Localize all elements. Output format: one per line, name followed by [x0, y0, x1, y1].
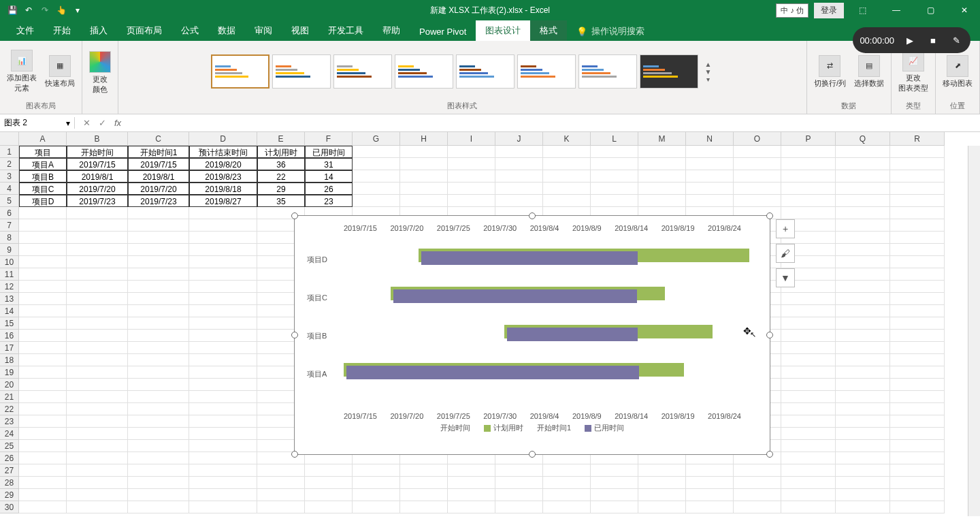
cell[interactable]: 项目D — [19, 195, 67, 207]
cell[interactable] — [686, 501, 734, 513]
cell[interactable]: 2019/8/18 — [189, 183, 257, 195]
cell[interactable] — [67, 489, 128, 501]
chart-elements-button[interactable]: + — [776, 219, 795, 238]
cell[interactable] — [128, 305, 189, 317]
row-header[interactable]: 13 — [0, 293, 19, 305]
cell[interactable] — [836, 170, 890, 183]
column-header[interactable]: D — [189, 132, 257, 146]
chart-plot-area[interactable]: 2019/7/152019/7/202019/7/252019/7/302019… — [303, 224, 762, 446]
cell[interactable] — [781, 403, 836, 415]
cell[interactable]: 31 — [305, 158, 353, 170]
cell[interactable] — [128, 330, 189, 342]
row-header[interactable]: 21 — [0, 391, 19, 403]
cell[interactable] — [19, 415, 67, 428]
cell[interactable] — [448, 501, 495, 513]
cell[interactable] — [189, 330, 257, 342]
row-header[interactable]: 7 — [0, 219, 19, 232]
cell[interactable] — [128, 379, 189, 391]
cell[interactable]: 计划用时 — [257, 146, 305, 158]
cell[interactable] — [189, 440, 257, 452]
cell[interactable] — [836, 501, 890, 513]
column-header[interactable]: M — [638, 132, 686, 146]
cell[interactable] — [890, 158, 945, 170]
column-header[interactable]: H — [400, 132, 448, 146]
cell[interactable] — [67, 232, 128, 244]
cell[interactable] — [67, 366, 128, 379]
cell[interactable] — [495, 170, 543, 183]
play-icon[interactable]: ▶ — [902, 33, 917, 48]
column-header[interactable]: C — [128, 132, 189, 146]
cell[interactable] — [128, 440, 189, 452]
fx-icon[interactable]: fx — [114, 118, 121, 128]
resize-handle[interactable] — [529, 451, 536, 458]
cell[interactable] — [67, 501, 128, 513]
cell[interactable] — [781, 170, 836, 183]
cell[interactable] — [591, 477, 638, 489]
style-gallery-scroll[interactable]: ▲▼▾ — [702, 61, 713, 83]
cell[interactable] — [67, 403, 128, 415]
cell[interactable] — [591, 183, 638, 195]
cell[interactable] — [448, 195, 495, 207]
cell[interactable]: 23 — [305, 195, 353, 207]
cell[interactable] — [836, 293, 890, 305]
cell[interactable] — [781, 489, 836, 501]
undo-icon[interactable]: ↶ — [23, 5, 34, 16]
cell[interactable] — [67, 305, 128, 317]
row-header[interactable]: 24 — [0, 428, 19, 440]
row-header[interactable]: 28 — [0, 477, 19, 489]
cell[interactable] — [19, 207, 67, 219]
cell[interactable] — [189, 428, 257, 440]
cell[interactable] — [400, 464, 448, 477]
menu-formulas[interactable]: 公式 — [172, 20, 208, 41]
row-header[interactable]: 16 — [0, 330, 19, 342]
cell[interactable] — [591, 146, 638, 158]
cell[interactable]: 29 — [257, 183, 305, 195]
cell[interactable]: 开始时间 — [67, 146, 128, 158]
row-header[interactable]: 22 — [0, 403, 19, 415]
cell[interactable] — [67, 342, 128, 354]
cell[interactable] — [189, 354, 257, 366]
menu-power-pivot[interactable]: Power Pivot — [410, 22, 476, 41]
cell[interactable] — [836, 268, 890, 281]
cell[interactable] — [781, 195, 836, 207]
cell[interactable] — [543, 170, 591, 183]
resize-handle[interactable] — [291, 332, 298, 338]
maximize-button[interactable]: ▢ — [915, 0, 946, 20]
cell[interactable] — [734, 183, 781, 195]
cell[interactable] — [781, 501, 836, 513]
cell[interactable] — [734, 146, 781, 158]
cell[interactable] — [836, 305, 890, 317]
cell[interactable] — [189, 415, 257, 428]
cell[interactable] — [189, 452, 257, 464]
cell[interactable] — [781, 183, 836, 195]
confirm-formula-icon[interactable]: ✓ — [99, 118, 106, 128]
cell[interactable] — [400, 183, 448, 195]
cell[interactable]: 35 — [257, 195, 305, 207]
qat-dropdown-icon[interactable]: ▾ — [72, 5, 83, 16]
column-header[interactable]: J — [495, 132, 543, 146]
cell[interactable] — [495, 158, 543, 170]
cell[interactable] — [686, 489, 734, 501]
cell[interactable] — [67, 354, 128, 366]
cell[interactable] — [128, 428, 189, 440]
cell[interactable]: 36 — [257, 158, 305, 170]
cell[interactable] — [19, 256, 67, 268]
cell[interactable]: 项目B — [19, 170, 67, 183]
cell[interactable] — [836, 232, 890, 244]
cell[interactable] — [890, 415, 945, 428]
column-header[interactable]: I — [448, 132, 495, 146]
cell[interactable] — [890, 464, 945, 477]
cell[interactable] — [189, 366, 257, 379]
cell[interactable] — [19, 330, 67, 342]
cell[interactable] — [189, 379, 257, 391]
chart-style-option[interactable] — [640, 54, 698, 89]
cell[interactable] — [890, 293, 945, 305]
cell[interactable] — [890, 489, 945, 501]
cell[interactable] — [353, 146, 400, 158]
cell[interactable] — [890, 256, 945, 268]
cell[interactable] — [591, 464, 638, 477]
cell[interactable] — [19, 489, 67, 501]
embedded-chart[interactable]: 2019/7/152019/7/202019/7/252019/7/302019… — [294, 215, 770, 455]
cell[interactable] — [448, 146, 495, 158]
cell[interactable]: 2019/8/1 — [128, 170, 189, 183]
